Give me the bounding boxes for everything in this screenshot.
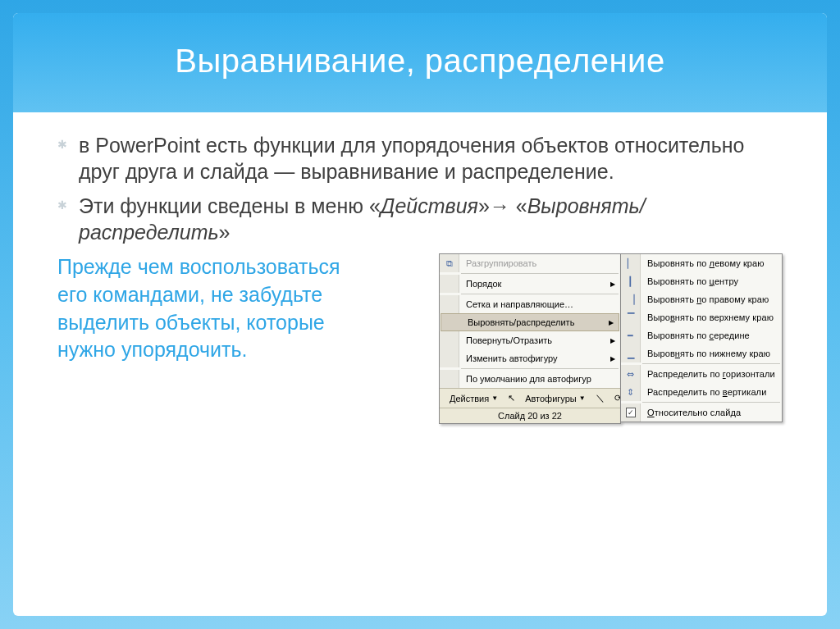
context-menu-left: ⧉ Разгруппировать Порядок ▶ Сетка и напр… (439, 253, 621, 424)
drawing-toolbar: Действия▼ ↖ Автофигуры▼ ＼ ⟳ (440, 388, 620, 408)
menu-item-align-middle[interactable]: ━ Выровнять по середине (621, 326, 782, 344)
line-icon: ＼ (596, 392, 605, 404)
align-middle-icon: ━ (628, 330, 633, 341)
distribute-v-icon: ⇕ (627, 387, 634, 398)
submenu-arrow-icon: ▶ (610, 355, 620, 362)
menu-item-change-autoshape[interactable]: Изменить автофигуру ▶ (440, 349, 620, 367)
menu-item-distribute-vertical[interactable]: ⇕ Распределить по вертикали (621, 383, 782, 401)
menu-item-rotate[interactable]: Повернуть/Отразить ▶ (440, 331, 620, 349)
submenu-arrow-icon: ▶ (610, 280, 620, 288)
line-tool-button[interactable]: ＼ (591, 390, 609, 407)
distribute-h-icon: ⇔ (627, 369, 634, 380)
menu-screenshot: ⧉ Разгруппировать Порядок ▶ Сетка и напр… (439, 253, 783, 424)
align-left-icon: ▏ (628, 258, 634, 269)
submenu-arrow-icon: ▶ (610, 337, 620, 344)
note-text: Прежде чем воспользоваться его командами… (57, 253, 361, 364)
menu-item-align-distribute[interactable]: Выровнять/распределить ▶ (441, 313, 619, 331)
menu-item-grid[interactable]: Сетка и направляющие… (440, 295, 620, 313)
menu-item-align-left[interactable]: ▏ Выровнять по левому краю (621, 254, 782, 272)
checkmark-icon: ✓ (626, 408, 636, 417)
slide: Выравнивание, распределение в PowerPoint… (13, 13, 827, 616)
menu-item-ungroup[interactable]: ⧉ Разгруппировать (440, 254, 620, 272)
bullet-item: Эти функции сведены в меню «Действия»→ «… (57, 193, 783, 245)
align-bottom-icon: ▁ (628, 349, 634, 359)
autoshapes-button[interactable]: Автофигуры▼ (520, 391, 591, 406)
menu-item-autoshape-defaults[interactable]: По умолчанию для автофигур (440, 370, 620, 388)
lower-row: Прежде чем воспользоваться его командами… (13, 253, 827, 424)
menu-item-align-center[interactable]: ┃ Выровнять по центру (621, 272, 782, 290)
cursor-icon: ↖ (508, 393, 515, 403)
menu-item-order[interactable]: Порядок ▶ (440, 275, 620, 293)
pointer-button[interactable]: ↖ (503, 390, 520, 406)
slide-body: в PowerPoint есть функции для упорядочен… (13, 112, 827, 245)
align-right-icon: ▕ (628, 294, 634, 305)
bullet-item: в PowerPoint есть функции для упорядочен… (57, 132, 783, 185)
menu-item-align-bottom[interactable]: ▁ Выровнять по нижнему краю (621, 344, 782, 362)
menu-item-distribute-horizontal[interactable]: ⇔ Распределить по горизонтали (621, 365, 782, 383)
menu-item-align-top[interactable]: ▔ Выровнять по верхнему краю (621, 308, 782, 326)
menu-item-relative-to-slide[interactable]: ✓ Относительно слайда (621, 403, 782, 422)
ungroup-icon: ⧉ (446, 258, 453, 269)
submenu-arrow-icon: ▶ (609, 319, 619, 326)
menu-item-align-right[interactable]: ▕ Выровнять по правому краю (621, 290, 782, 308)
align-top-icon: ▔ (628, 312, 634, 323)
bullet-list: в PowerPoint есть функции для упорядочен… (57, 132, 783, 245)
align-center-icon: ┃ (628, 276, 633, 287)
status-line: Слайд 20 из 22 (440, 408, 620, 423)
slide-title: Выравнивание, распределение (13, 13, 827, 112)
align-submenu: ▏ Выровнять по левому краю ┃ Выровнять п… (620, 253, 783, 422)
actions-button[interactable]: Действия▼ (445, 391, 503, 406)
